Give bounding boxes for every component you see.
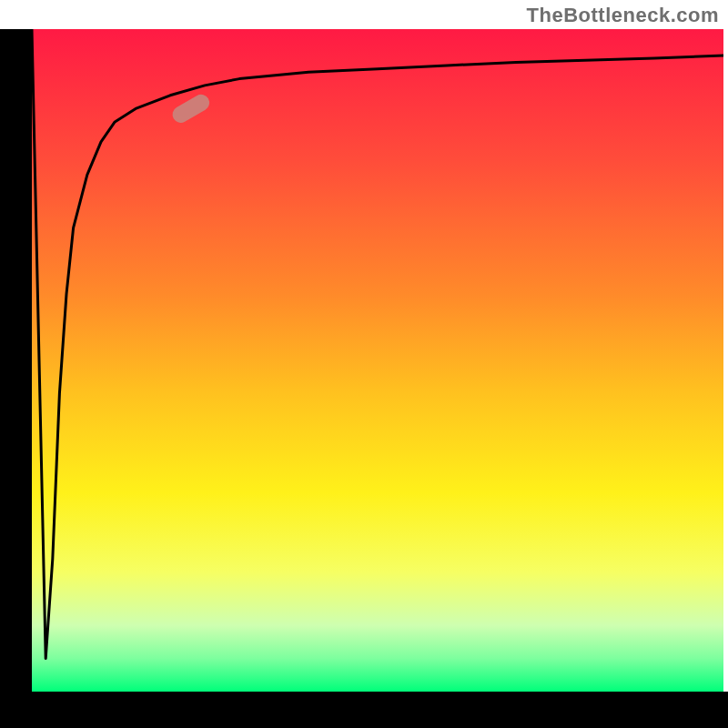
chart-stage: TheBottleneck.com	[0, 0, 728, 728]
x-axis	[0, 692, 728, 728]
bottleneck-chart	[0, 0, 728, 728]
y-axis	[0, 29, 32, 728]
watermark-text: TheBottleneck.com	[527, 4, 719, 27]
gradient-background	[32, 29, 723, 692]
